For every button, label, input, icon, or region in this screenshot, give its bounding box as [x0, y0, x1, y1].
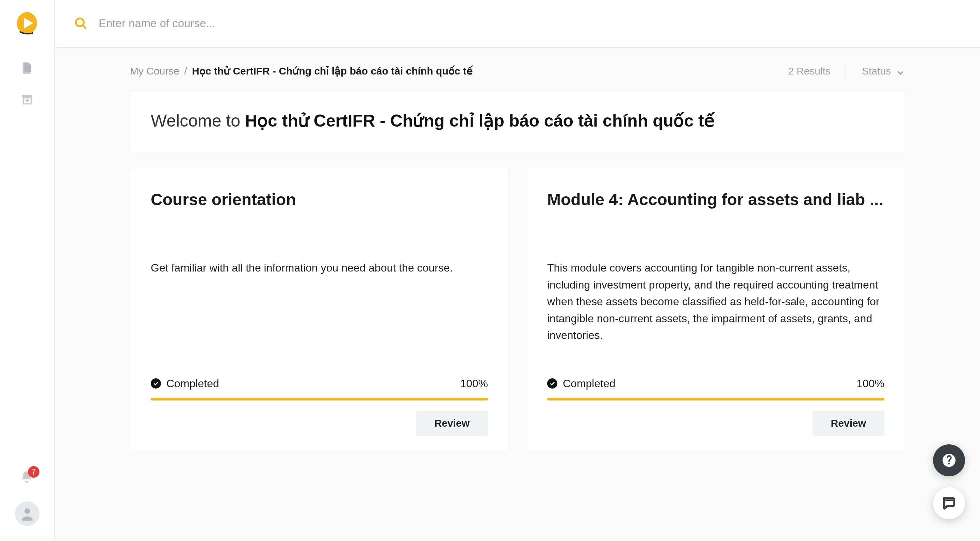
course-status-label: Completed [166, 375, 219, 391]
sidebar-item-downloads[interactable] [20, 92, 35, 107]
progress-track [547, 398, 885, 401]
status-filter[interactable]: Status [862, 63, 905, 79]
status-filter-label: Status [862, 63, 891, 79]
review-button[interactable]: Review [416, 411, 488, 436]
course-status-row: Completed 100% [547, 375, 885, 391]
notifications-badge: 7 [28, 466, 40, 478]
archive-download-icon [21, 92, 34, 106]
chevron-down-icon [896, 66, 905, 76]
search-input[interactable] [98, 17, 895, 30]
notifications-button[interactable]: 7 [20, 470, 35, 485]
course-card-description: Get familiar with all the information yo… [151, 259, 488, 277]
logo-icon [14, 10, 41, 37]
logo[interactable] [14, 10, 41, 37]
chat-fab[interactable] [933, 487, 965, 519]
progress-bar [151, 398, 488, 401]
svg-rect-0 [22, 95, 32, 97]
course-status-label: Completed [563, 375, 616, 391]
chat-icon [941, 495, 957, 511]
meta-divider [846, 64, 846, 78]
check-circle-icon [547, 379, 557, 388]
welcome-title: Học thử CertIFR - Chứng chỉ lập báo cáo … [245, 111, 714, 130]
help-icon [941, 452, 957, 468]
user-icon [19, 506, 35, 522]
progress-bar [547, 398, 885, 401]
avatar[interactable] [15, 501, 40, 526]
svg-point-3 [76, 18, 84, 26]
help-fab[interactable] [933, 444, 965, 476]
search-icon [74, 17, 88, 30]
content: My Course / Học thử CertIFR - Chứng chỉ … [55, 48, 980, 451]
progress-track [151, 398, 488, 401]
breadcrumb-separator: / [184, 65, 187, 76]
course-card[interactable]: Module 4: Accounting for assets and liab… [527, 168, 905, 451]
sidebar-item-courses[interactable] [20, 60, 35, 76]
main: My Course / Học thử CertIFR - Chứng chỉ … [55, 0, 980, 541]
sidebar: 7 [0, 0, 55, 541]
course-card[interactable]: Course orientation Get familiar with all… [130, 168, 509, 451]
list-meta: 2 Results Status [788, 63, 905, 79]
sidebar-divider [5, 50, 49, 50]
page-title: Welcome to Học thử CertIFR - Chứng chỉ l… [151, 108, 885, 134]
breadcrumb-row: My Course / Học thử CertIFR - Chứng chỉ … [130, 63, 905, 79]
topbar [55, 0, 980, 48]
course-status-row: Completed 100% [151, 375, 488, 391]
welcome-card: Welcome to Học thử CertIFR - Chứng chỉ l… [130, 90, 905, 153]
check-circle-icon [151, 379, 161, 388]
course-cards: Course orientation Get familiar with all… [130, 168, 905, 451]
review-button[interactable]: Review [813, 411, 885, 436]
course-card-title: Course orientation [151, 188, 488, 212]
breadcrumb-root[interactable]: My Course [130, 65, 179, 76]
welcome-prefix: Welcome to [151, 111, 245, 130]
course-percent-text: 100% [856, 375, 885, 391]
course-card-description: This module covers accounting for tangib… [547, 259, 885, 344]
breadcrumb: My Course / Học thử CertIFR - Chứng chỉ … [130, 63, 473, 79]
documents-icon [21, 61, 34, 75]
results-count: 2 Results [788, 63, 830, 79]
breadcrumb-current: Học thử CertIFR - Chứng chỉ lập báo cáo … [192, 65, 473, 76]
svg-point-2 [24, 508, 30, 514]
page-scrollbar[interactable] [978, 0, 979, 541]
course-percent-text: 100% [460, 375, 488, 391]
search [74, 17, 959, 30]
course-card-title: Module 4: Accounting for assets and liab… [547, 188, 885, 212]
